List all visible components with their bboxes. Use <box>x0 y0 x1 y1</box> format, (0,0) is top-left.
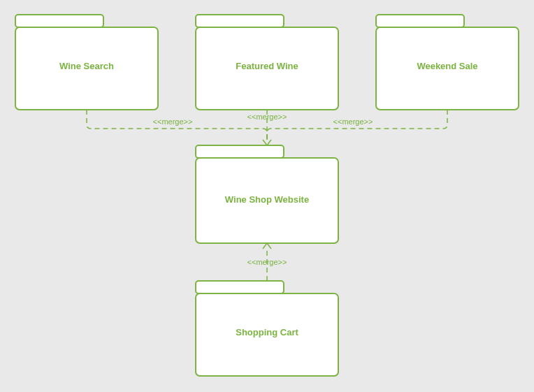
edge-wine-search-to-website: <<merge>> <box>87 110 267 141</box>
package-label: Wine Shop Website <box>225 194 309 205</box>
package-wine-shop-website[interactable]: Wine Shop Website <box>196 145 338 243</box>
package-label: Wine Search <box>59 61 114 71</box>
uml-package-diagram: <<merge>> <<merge>> <<merge>> <<merge>> … <box>0 0 534 392</box>
package-wine-search[interactable]: Wine Search <box>15 15 158 110</box>
arrowhead-down-icon <box>263 140 271 145</box>
svg-rect-0 <box>15 15 103 27</box>
package-weekend-sale[interactable]: Weekend Sale <box>376 15 519 110</box>
package-label: Shopping Cart <box>236 327 298 337</box>
edge-label: <<merge>> <box>247 258 287 266</box>
edge-label: <<merge>> <box>333 117 373 126</box>
svg-rect-4 <box>376 15 464 27</box>
edge-label: <<merge>> <box>247 112 287 121</box>
edge-shopping-cart-to-website: <<merge>> <box>247 243 287 281</box>
svg-rect-6 <box>196 145 284 158</box>
package-shopping-cart[interactable]: Shopping Cart <box>196 281 338 376</box>
svg-rect-2 <box>196 15 284 27</box>
package-featured-wine[interactable]: Featured Wine <box>196 15 338 110</box>
edge-label: <<merge>> <box>153 117 193 126</box>
arrowhead-up-icon <box>263 243 271 249</box>
package-label: Weekend Sale <box>417 61 477 71</box>
edge-weekend-sale-to-website: <<merge>> <box>267 110 447 141</box>
svg-rect-8 <box>196 281 284 293</box>
package-label: Featured Wine <box>236 61 298 71</box>
